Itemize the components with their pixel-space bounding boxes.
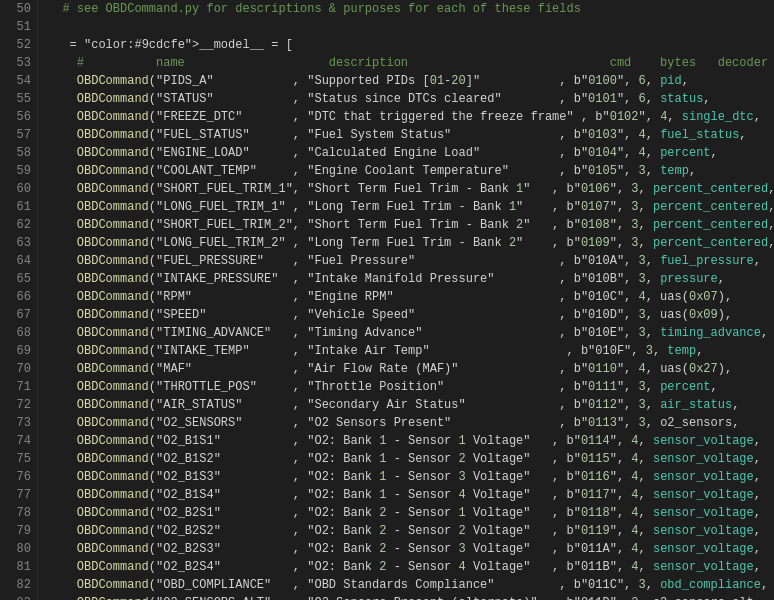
line-number: 83 [6, 594, 31, 600]
line-number: 57 [6, 126, 31, 144]
code-line: OBDCommand("O2_B2S2" , "O2: Bank 2 - Sen… [48, 522, 774, 540]
line-numbers: 5051525354555657585960616263646566676869… [0, 0, 38, 600]
code-line: OBDCommand("LONG_FUEL_TRIM_2" , "Long Te… [48, 234, 774, 252]
line-number: 72 [6, 396, 31, 414]
line-number: 55 [6, 90, 31, 108]
code-line: OBDCommand("THROTTLE_POS" , "Throttle Po… [48, 378, 774, 396]
line-number: 74 [6, 432, 31, 450]
line-number: 60 [6, 180, 31, 198]
line-number: 65 [6, 270, 31, 288]
code-line: OBDCommand("RPM" , "Engine RPM" , b"010C… [48, 288, 774, 306]
code-line: = "color:#9cdcfe">__model__ = [ [48, 36, 774, 54]
line-number: 69 [6, 342, 31, 360]
line-number: 73 [6, 414, 31, 432]
code-line: OBDCommand("STATUS" , "Status since DTCs… [48, 90, 774, 108]
code-line: OBDCommand("INTAKE_PRESSURE" , "Intake M… [48, 270, 774, 288]
code-line: OBDCommand("O2_B2S1" , "O2: Bank 2 - Sen… [48, 504, 774, 522]
code-line: OBDCommand("LONG_FUEL_TRIM_1" , "Long Te… [48, 198, 774, 216]
line-number: 67 [6, 306, 31, 324]
line-number: 70 [6, 360, 31, 378]
code-line: OBDCommand("O2_SENSORS" , "O2 Sensors Pr… [48, 414, 774, 432]
code-line: OBDCommand("PIDS_A" , "Supported PIDs [0… [48, 72, 774, 90]
line-number: 56 [6, 108, 31, 126]
line-number: 79 [6, 522, 31, 540]
code-line: OBDCommand("AIR_STATUS" , "Secondary Air… [48, 396, 774, 414]
code-line: OBDCommand("COOLANT_TEMP" , "Engine Cool… [48, 162, 774, 180]
line-number: 82 [6, 576, 31, 594]
code-line: OBDCommand("SPEED" , "Vehicle Speed" , b… [48, 306, 774, 324]
line-number: 78 [6, 504, 31, 522]
line-number: 71 [6, 378, 31, 396]
line-number: 64 [6, 252, 31, 270]
code-line: OBDCommand("TIMING_ADVANCE" , "Timing Ad… [48, 324, 774, 342]
line-number: 54 [6, 72, 31, 90]
line-number: 58 [6, 144, 31, 162]
line-number: 50 [6, 0, 31, 18]
code-line: OBDCommand("FUEL_PRESSURE" , "Fuel Press… [48, 252, 774, 270]
code-line: OBDCommand("FUEL_STATUS" , "Fuel System … [48, 126, 774, 144]
line-number: 75 [6, 450, 31, 468]
code-line: OBDCommand("SHORT_FUEL_TRIM_1", "Short T… [48, 180, 774, 198]
line-number: 63 [6, 234, 31, 252]
code-line: OBDCommand("SHORT_FUEL_TRIM_2", "Short T… [48, 216, 774, 234]
line-number: 77 [6, 486, 31, 504]
line-number: 66 [6, 288, 31, 306]
line-number: 76 [6, 468, 31, 486]
code-line: OBDCommand("O2_B1S3" , "O2: Bank 1 - Sen… [48, 468, 774, 486]
code-line: OBDCommand("O2_B2S3" , "O2: Bank 2 - Sen… [48, 540, 774, 558]
code-line [48, 18, 774, 36]
line-number: 59 [6, 162, 31, 180]
code-line: OBDCommand("ENGINE_LOAD" , "Calculated E… [48, 144, 774, 162]
line-number: 81 [6, 558, 31, 576]
code-line: OBDCommand("O2_SENSORS_ALT" , "O2 Sensor… [48, 594, 774, 600]
line-number: 52 [6, 36, 31, 54]
line-number: 51 [6, 18, 31, 36]
line-number: 61 [6, 198, 31, 216]
code-line: # name description cmd bytes decoder [48, 54, 774, 72]
code-line: OBDCommand("O2_B1S2" , "O2: Bank 1 - Sen… [48, 450, 774, 468]
code-content[interactable]: # see OBDCommand.py for descriptions & p… [38, 0, 774, 600]
line-number: 53 [6, 54, 31, 72]
code-line: OBDCommand("MAF" , "Air Flow Rate (MAF)"… [48, 360, 774, 378]
code-line: # see OBDCommand.py for descriptions & p… [48, 0, 774, 18]
code-line: OBDCommand("O2_B1S1" , "O2: Bank 1 - Sen… [48, 432, 774, 450]
code-line: OBDCommand("OBD_COMPLIANCE" , "OBD Stand… [48, 576, 774, 594]
code-line: OBDCommand("O2_B2S4" , "O2: Bank 2 - Sen… [48, 558, 774, 576]
code-line: OBDCommand("INTAKE_TEMP" , "Intake Air T… [48, 342, 774, 360]
line-number: 80 [6, 540, 31, 558]
line-number: 68 [6, 324, 31, 342]
code-line: OBDCommand("O2_B1S4" , "O2: Bank 1 - Sen… [48, 486, 774, 504]
line-number: 62 [6, 216, 31, 234]
code-line: OBDCommand("FREEZE_DTC" , "DTC that trig… [48, 108, 774, 126]
code-editor: 5051525354555657585960616263646566676869… [0, 0, 774, 600]
